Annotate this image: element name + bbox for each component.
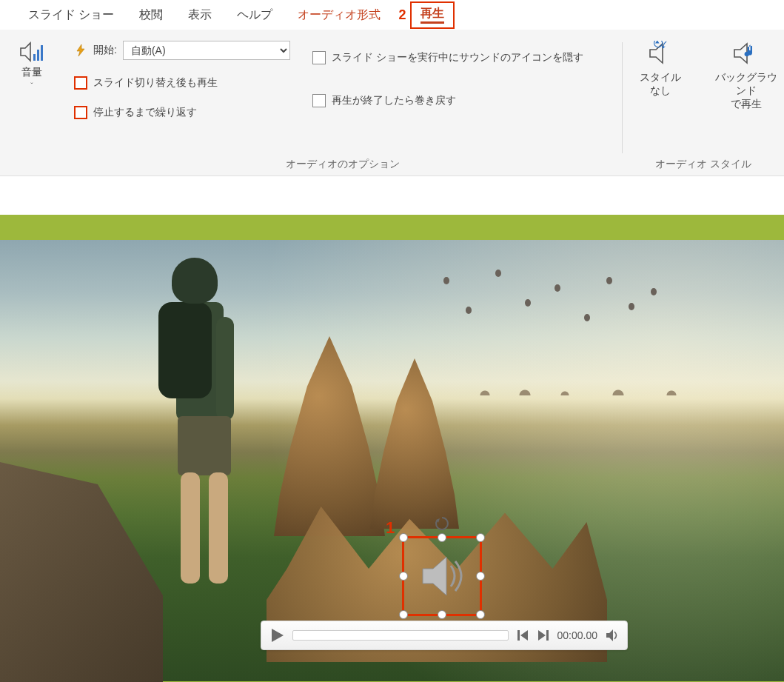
selection-handle[interactable] <box>476 533 485 542</box>
svg-rect-2 <box>41 45 43 61</box>
group-volume-label <box>9 167 55 171</box>
volume-button[interactable]: 音量 ˇ <box>10 41 54 167</box>
style-label-line1: バックグラウンド <box>711 70 782 97</box>
group-volume: 音量 ˇ <box>0 33 64 175</box>
checkbox-label: 停止するまで繰り返す <box>93 106 197 119</box>
checkbox-loop-until[interactable]: 停止するまで繰り返す <box>74 106 290 119</box>
tab-playback[interactable]: 再生 <box>421 7 444 22</box>
rotate-handle-icon[interactable] <box>434 515 450 532</box>
group-audio-style: スタイル なし バックグラウンド で再生 オーディオ スタイル <box>623 33 784 175</box>
decor-balloons <box>436 262 673 366</box>
checkbox-label: スライド切り替え後も再生 <box>93 76 218 90</box>
svg-rect-15 <box>546 630 549 641</box>
callout-box-2: 再生 <box>410 1 455 29</box>
selection-handle[interactable] <box>399 610 408 619</box>
style-label-line2: なし <box>640 84 681 97</box>
slide-area <box>0 215 784 682</box>
audio-object[interactable]: 1 <box>403 538 480 615</box>
workspace-gap <box>0 176 784 215</box>
selection-handle[interactable] <box>399 533 408 542</box>
time-display: 00:00.00 <box>557 629 598 641</box>
ribbon: 音量 ˇ 開始: 自動(A) スライド切り替え後も再 <box>0 30 784 176</box>
callout-box-1 <box>402 536 482 616</box>
checkbox-icon <box>74 106 87 119</box>
callout-label-1: 1 <box>386 518 395 538</box>
progress-bar[interactable] <box>292 630 509 641</box>
volume-label: 音量 <box>21 66 42 79</box>
speaker-note-icon <box>731 41 761 66</box>
background-play-button[interactable]: バックグラウンド で再生 <box>711 41 782 111</box>
checkbox-icon <box>312 94 326 107</box>
group-audio-options-label: オーディオのオプション <box>73 153 613 171</box>
group-audio-options: 開始: 自動(A) スライド切り替え後も再生 停止するまで繰り返す ス <box>64 33 622 175</box>
selection-handle[interactable] <box>476 572 485 581</box>
lightning-icon <box>74 44 87 57</box>
skip-back-button[interactable] <box>516 629 529 642</box>
checkbox-hide-icon[interactable]: スライド ショーを実行中にサウンドのアイコンを隠す <box>312 51 598 64</box>
start-label: 開始: <box>93 44 117 57</box>
decor-person <box>148 258 252 613</box>
svg-rect-13 <box>517 630 520 641</box>
checkbox-rewind[interactable]: 再生が終了したら巻き戻す <box>312 94 598 107</box>
speaker-reset-icon <box>646 41 675 66</box>
checkbox-icon <box>74 76 87 90</box>
tab-audio-format[interactable]: オーディオ形式 <box>298 7 381 23</box>
tab-help[interactable]: ヘルプ <box>237 7 272 23</box>
selection-handle[interactable] <box>438 610 446 619</box>
svg-marker-12 <box>520 630 528 641</box>
skip-forward-button[interactable] <box>537 629 550 642</box>
no-style-button[interactable]: スタイル なし <box>625 41 696 97</box>
start-select[interactable]: 自動(A) <box>123 41 290 60</box>
start-row: 開始: 自動(A) <box>74 41 290 60</box>
volume-button-small[interactable] <box>605 628 620 643</box>
slide[interactable] <box>0 240 784 681</box>
style-label-line1: スタイル <box>640 70 681 84</box>
chevron-down-icon: ˇ <box>30 82 33 90</box>
group-audio-style-label: オーディオ スタイル <box>631 153 775 171</box>
checkbox-label: 再生が終了したら巻き戻す <box>332 94 456 107</box>
svg-rect-1 <box>37 50 39 61</box>
svg-marker-14 <box>538 630 546 641</box>
style-label-line2: で再生 <box>711 97 782 110</box>
selection-handle[interactable] <box>476 610 485 619</box>
checkbox-icon <box>312 51 326 64</box>
play-button[interactable] <box>269 627 285 643</box>
selection-handle[interactable] <box>399 572 408 581</box>
checkbox-label: スライド ショーを実行中にサウンドのアイコンを隠す <box>332 51 583 64</box>
ribbon-tabs: スライド ショー 校閲 表示 ヘルプ オーディオ形式 2 再生 <box>0 0 784 30</box>
speaker-bars-icon <box>19 41 44 63</box>
svg-rect-0 <box>33 54 36 61</box>
checkbox-play-across[interactable]: スライド切り替え後も再生 <box>74 76 290 90</box>
tab-review[interactable]: 校閲 <box>139 7 163 23</box>
callout-label-2: 2 <box>398 7 406 23</box>
svg-marker-11 <box>272 629 284 642</box>
audio-player: 00:00.00 <box>261 621 628 650</box>
selection-handle[interactable] <box>438 533 446 542</box>
svg-marker-3 <box>655 41 660 44</box>
tab-view[interactable]: 表示 <box>188 7 212 23</box>
tab-slideshow[interactable]: スライド ショー <box>28 7 114 23</box>
